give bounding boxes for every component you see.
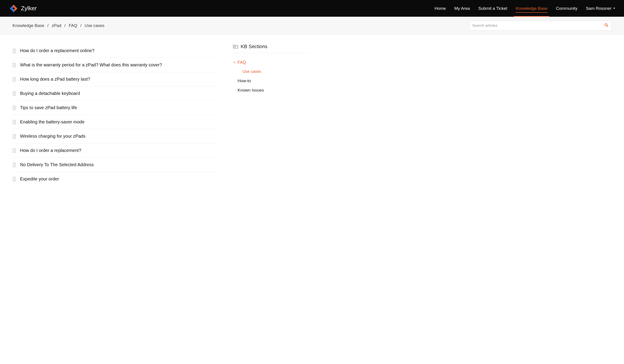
document-icon [12, 106, 16, 110]
nav-label: Community [556, 6, 577, 11]
article-title: Enabling the battery-saver mode [20, 120, 84, 124]
document-icon [12, 148, 16, 153]
nav-label: My Area [454, 6, 470, 11]
sidebar: KB Sections FAQ Use cases How-to Known I… [233, 44, 309, 95]
breadcrumb-item[interactable]: Knowledge Base [12, 23, 44, 28]
nav-label: Knowledge Base [516, 6, 547, 11]
document-icon [12, 163, 16, 167]
subheader: Knowledge Base / zPad / FAQ / Use cases [0, 17, 624, 35]
article-item[interactable]: Buying a detachable keyboard [12, 86, 217, 101]
breadcrumb-sep: / [48, 23, 49, 28]
kb-section-faq[interactable]: FAQ [233, 58, 309, 67]
svg-line-5 [607, 26, 608, 27]
article-list: How do I order a replacement online? Wha… [12, 44, 217, 186]
kb-section-known-issues[interactable]: Known Issues [233, 86, 309, 95]
article-title: No Delivery To The Selected Address [20, 162, 94, 167]
breadcrumb: Knowledge Base / zPad / FAQ / Use cases [12, 23, 104, 28]
document-icon [12, 49, 16, 53]
kb-section-label: Use cases [242, 69, 261, 74]
article-item[interactable]: Enabling the battery-saver mode [12, 115, 217, 129]
article-title: Expedite your order [20, 176, 59, 182]
document-icon [12, 77, 16, 81]
chevron-down-icon [613, 8, 615, 9]
logo[interactable]: Zylker [9, 4, 37, 13]
article-item[interactable]: No Delivery To The Selected Address [12, 158, 217, 172]
sidebar-title-text: KB Sections [241, 44, 267, 49]
nav-label: Submit a Ticket [478, 6, 507, 11]
article-title: Wireless charging for your zPads [20, 134, 85, 139]
document-icon [12, 91, 16, 96]
kb-section-label: How-to [237, 78, 251, 83]
article-title: How long does a zPad battery last? [20, 77, 90, 82]
document-icon [12, 177, 16, 181]
sidebar-title: KB Sections [233, 44, 309, 53]
article-item[interactable]: How do I order a replacement? [12, 144, 217, 158]
user-name: Sam Rossner [586, 6, 612, 11]
article-item[interactable]: How long does a zPad battery last? [12, 72, 217, 86]
breadcrumb-sep: / [64, 23, 66, 28]
nav-knowledge-base[interactable]: Knowledge Base [516, 0, 547, 17]
article-item[interactable]: Wireless charging for your zPads [12, 129, 217, 144]
article-title: How do I order a replacement? [20, 148, 81, 153]
nav-community[interactable]: Community [556, 0, 577, 17]
nav-label: Home [435, 6, 446, 11]
nav-submit-ticket[interactable]: Submit a Ticket [478, 0, 507, 17]
search-input[interactable] [469, 21, 612, 30]
article-item[interactable]: Tips to save zPad battery life [12, 101, 217, 115]
article-title: How do I order a replacement online? [20, 48, 95, 53]
content: How do I order a replacement online? Wha… [0, 35, 624, 195]
kb-tree: FAQ Use cases How-to Known Issues [233, 58, 309, 95]
kb-section-how-to[interactable]: How-to [233, 76, 309, 86]
chevron-down-icon [233, 61, 236, 64]
kb-section-use-cases[interactable]: Use cases [242, 67, 309, 76]
breadcrumb-item[interactable]: FAQ [69, 23, 77, 28]
search-icon[interactable] [604, 23, 608, 28]
logo-text: Zylker [21, 5, 37, 12]
breadcrumb-item[interactable]: Use cases [85, 23, 104, 28]
article-title: What is the warranty period for a zPad? … [20, 62, 162, 68]
folder-icon [233, 44, 238, 49]
article-title: Buying a detachable keyboard [20, 91, 80, 96]
nav-user-menu[interactable]: Sam Rossner [586, 6, 615, 11]
nav-home[interactable]: Home [435, 0, 446, 17]
breadcrumb-item[interactable]: zPad [52, 23, 61, 28]
kb-section-label: Known Issues [237, 88, 264, 93]
document-icon [12, 63, 16, 67]
document-icon [12, 134, 16, 139]
kb-section-label: FAQ [237, 60, 246, 65]
breadcrumb-sep: / [80, 23, 81, 28]
main-nav: Home My Area Submit a Ticket Knowledge B… [435, 0, 615, 17]
article-item[interactable]: Expedite your order [12, 172, 217, 186]
logo-icon [9, 4, 18, 13]
article-item[interactable]: What is the warranty period for a zPad? … [12, 58, 217, 72]
nav-my-area[interactable]: My Area [454, 0, 470, 17]
document-icon [12, 120, 16, 124]
main-header: Zylker Home My Area Submit a Ticket Know… [0, 0, 624, 17]
kb-subsection: Use cases [233, 67, 309, 76]
search-box [469, 21, 612, 30]
article-title: Tips to save zPad battery life [20, 105, 77, 110]
article-item[interactable]: How do I order a replacement online? [12, 44, 217, 58]
